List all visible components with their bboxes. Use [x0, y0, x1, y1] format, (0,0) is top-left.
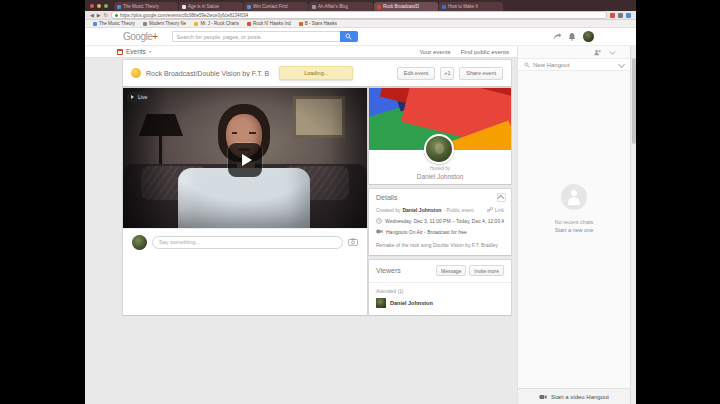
plus-one-button[interactable]: +1 — [440, 67, 454, 80]
invite-more-button[interactable]: Invite more — [469, 265, 504, 276]
bookmark-label: Modern Theory Ne — [149, 21, 186, 26]
search-button[interactable] — [340, 31, 358, 42]
bookmark-item[interactable]: Mr. J - Rock Charts — [194, 21, 239, 26]
zoom-window-button[interactable] — [104, 4, 108, 8]
add-person-icon[interactable] — [594, 49, 601, 56]
edit-event-button[interactable]: Edit event — [397, 67, 435, 80]
close-window-button[interactable] — [90, 4, 94, 8]
browser-tab-strip: The Music Theory Age is in Salute Win Co… — [85, 0, 636, 11]
tab-favicon — [442, 5, 446, 9]
main-column: Events ▾ Your events Find public events … — [85, 46, 517, 404]
url-text: https://plus.google.com/events/c6c98be59… — [120, 13, 248, 18]
browser-tab[interactable]: How to Make It — [439, 2, 503, 11]
events-menu[interactable]: Events ▾ — [117, 48, 151, 55]
no-recent-chats-label: No recent chats — [518, 219, 630, 225]
invite-more-label: Invite more — [474, 268, 499, 274]
attendee-name: Daniel Johnston — [390, 300, 433, 306]
tab-title: An Affair's Blog — [318, 4, 348, 9]
comment-bar — [123, 228, 367, 255]
find-public-events-link[interactable]: Find public events — [461, 49, 509, 55]
host-avatar[interactable] — [424, 134, 454, 164]
browser-tab[interactable]: Age is in Salute — [179, 2, 243, 11]
settings-arrow-icon[interactable] — [609, 49, 616, 56]
event-page-body: Rock Broadcast/Double Vision by F.T. B L… — [85, 58, 517, 404]
attendee-row[interactable]: Daniel Johnston — [376, 298, 504, 308]
viewers-header: Viewers Message Invite more — [376, 265, 504, 276]
gplus-logo[interactable]: Google+ — [123, 31, 158, 42]
scrollbar-thumb[interactable] — [632, 58, 636, 144]
video-camera-icon — [539, 394, 547, 400]
attended-count-label: Attended (1) — [376, 288, 504, 294]
browser-tab-active[interactable]: Rock Broadcast/D — [374, 2, 438, 11]
notifications-bell-icon[interactable] — [568, 32, 576, 41]
event-time-row: Wednesday, Dec 3, 11:00 PM – Today, Dec … — [376, 218, 504, 224]
edit-event-label: Edit event — [404, 70, 428, 76]
start-video-hangout-bar[interactable]: Start a video Hangout — [518, 388, 630, 404]
bookmark-item[interactable]: B - Stars Hawks — [299, 21, 337, 26]
bookmark-label: The Music Theory — [99, 21, 135, 26]
comment-avatar — [132, 235, 147, 250]
scrollbar[interactable] — [630, 46, 636, 404]
collapse-details-button[interactable] — [497, 193, 506, 202]
search-icon — [524, 62, 530, 68]
tab-favicon — [182, 5, 186, 9]
host-name[interactable]: Daniel Johnston — [369, 173, 511, 180]
tab-title: Rock Broadcast/D — [383, 4, 419, 9]
created-by-name[interactable]: Daniel Johnston — [402, 207, 441, 213]
video-player[interactable]: Live — [123, 88, 367, 228]
start-new-chat-link[interactable]: Start a new one — [518, 227, 630, 233]
tab-favicon — [312, 5, 316, 9]
bookmarks-bar: The Music Theory Modern Theory Ne Mr. J … — [85, 20, 636, 28]
chevron-down-icon: ▾ — [149, 49, 151, 54]
live-watermark: Live — [127, 92, 151, 102]
tab-favicon — [377, 5, 381, 9]
extension-icon[interactable] — [618, 13, 623, 18]
video-camera-icon — [376, 229, 383, 234]
live-label: Live — [138, 94, 147, 100]
search-input[interactable] — [172, 31, 340, 42]
browser-toolbar: ◀ ▶ ↻ https://plus.google.com/events/c6c… — [85, 11, 636, 20]
event-info-column: Hosted by Daniel Johnston Details Create… — [369, 88, 511, 315]
event-time-text: Wednesday, Dec 3, 11:00 PM – Today, Dec … — [385, 218, 504, 224]
viewers-heading: Viewers — [376, 267, 401, 274]
bookmark-item[interactable]: Modern Theory Ne — [143, 21, 186, 26]
new-hangout-search[interactable]: New Hangout — [518, 58, 630, 71]
share-event-button[interactable]: Share event — [459, 67, 503, 80]
bookmark-label: Mr. J - Rock Charts — [200, 21, 239, 26]
comment-input[interactable] — [152, 236, 343, 249]
browser-tab[interactable]: An Affair's Blog — [309, 2, 373, 11]
event-link[interactable]: Link — [487, 207, 504, 213]
profile-avatar[interactable] — [583, 31, 594, 42]
hangouts-sidebar: New Hangout No recent chats Start a new … — [517, 46, 630, 404]
address-bar[interactable]: https://plus.google.com/events/c6c98be59… — [111, 11, 607, 19]
share-icon[interactable] — [553, 32, 561, 41]
play-button[interactable] — [228, 143, 262, 177]
back-icon[interactable]: ◀ — [90, 13, 94, 18]
sidebar-toolbar — [518, 46, 630, 58]
extension-icon[interactable] — [626, 13, 631, 18]
event-description: Remake of the rock song Double Vision by… — [376, 242, 504, 248]
bookmark-item[interactable]: The Music Theory — [93, 21, 135, 26]
forward-icon[interactable]: ▶ — [97, 13, 101, 18]
bookmark-label: B - Stars Hawks — [305, 21, 337, 26]
browser-window: The Music Theory Age is in Salute Win Co… — [85, 0, 636, 404]
events-menu-label: Events — [126, 48, 146, 55]
camera-icon[interactable] — [348, 238, 358, 246]
person-placeholder-icon — [561, 184, 587, 210]
your-events-link[interactable]: Your events — [419, 49, 450, 55]
extension-icon[interactable] — [610, 13, 615, 18]
message-button[interactable]: Message — [436, 265, 466, 276]
chevron-up-icon — [497, 195, 504, 202]
hangouts-onair-icon — [129, 94, 136, 101]
reload-icon[interactable]: ↻ — [104, 13, 108, 18]
subheader-links: Your events Find public events — [419, 49, 509, 55]
hosted-by-label: Hosted by — [369, 166, 511, 171]
browser-tab[interactable]: Win Contact Find — [244, 2, 308, 11]
browser-tab[interactable]: The Music Theory — [114, 2, 178, 11]
clock-icon — [376, 218, 382, 224]
bookmark-item[interactable]: Rock N' Hawks Ind — [247, 21, 291, 26]
divider — [369, 282, 511, 283]
event-badge-icon — [131, 68, 141, 78]
loading-toast: Loading... — [279, 66, 353, 80]
minimize-window-button[interactable] — [97, 4, 101, 8]
